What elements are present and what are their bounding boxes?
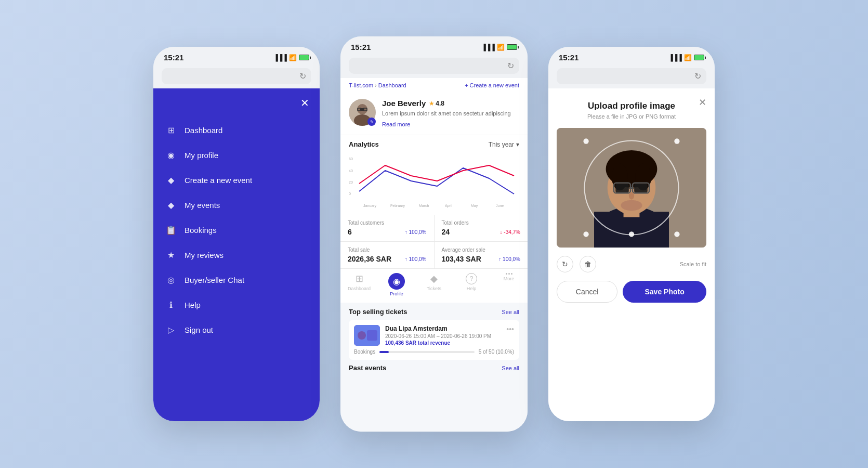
nav-profile-label: Profile (390, 291, 403, 296)
menu-item-my-reviews[interactable]: ★ My reviews (153, 242, 320, 267)
search-bar-3: ↻ (548, 66, 715, 88)
profile-name: Joe Beverly (382, 99, 426, 108)
photo-action-icons: ↻ 🗑 (557, 256, 596, 272)
menu-item-dashboard[interactable]: ⊞ Dashboard (153, 118, 320, 142)
booking-label: Bookings (354, 349, 375, 355)
phone-menu: 15:21 ▐▐▐ 📶 ↻ ✕ ⊞ Dashboard ◉ My profile… (153, 47, 320, 421)
ticket-revenue: 100,436 SAR total revenue (385, 340, 501, 346)
photo-actions: ↻ 🗑 Scale to fit (557, 256, 706, 272)
nav-more-icon (506, 273, 512, 275)
past-events-see-all[interactable]: See all (502, 365, 519, 371)
scale-to-fit-label: Scale to fit (680, 261, 706, 267)
stat-row-avg: 103,43 SAR ↑ 100,0% (442, 255, 521, 263)
chevron-down-icon: ▾ (516, 141, 519, 148)
svg-text:April: April (445, 204, 452, 208)
menu-label-dashboard: Dashboard (185, 126, 222, 135)
create-event-button[interactable]: + Create a new event (465, 82, 519, 88)
svg-point-33 (629, 192, 634, 199)
menu-close-area: ✕ (153, 97, 320, 118)
breadcrumb-current: Dashboard (378, 82, 406, 88)
profile-section: ✎ Joe Beverly ★ 4.8 Lorem ipsum dolor si… (340, 93, 528, 135)
stat-change-sale: ↑ 100,0% (405, 256, 427, 262)
stat-label-avg: Average order sale (442, 247, 521, 253)
stats-grid: Total customers 6 ↑ 100,0% Total orders … (340, 215, 528, 268)
nav-help[interactable]: ? Help (458, 273, 484, 296)
avatar-edit-button[interactable]: ✎ (367, 118, 376, 126)
analytics-chart: 60 40 20 0 January February March April … (349, 152, 519, 210)
stat-value-sale: 2026,36 SAR (348, 255, 391, 263)
menu-label-reviews: My reviews (185, 251, 223, 259)
nav-tickets[interactable]: ◆ Tickets (421, 273, 447, 296)
menu-item-sign-out[interactable]: ▷ Sign out (153, 317, 320, 342)
menu-item-create-event[interactable]: ◆ Create a new event (153, 167, 320, 192)
stat-row-customers: 6 ↑ 100,0% (348, 228, 427, 236)
menu-item-my-events[interactable]: ◆ My events (153, 192, 320, 217)
svg-text:40: 40 (349, 169, 353, 173)
stat-total-sale: Total sale 2026,36 SAR ↑ 100,0% (340, 242, 434, 268)
read-more-link[interactable]: Read more (382, 121, 410, 127)
analytics-title: Analytics (349, 140, 379, 148)
analytics-section: Analytics This year ▾ 60 40 20 0 January… (340, 135, 528, 215)
top-selling-see-all[interactable]: See all (502, 309, 519, 315)
search-input-1[interactable]: ↻ (162, 68, 311, 84)
nav-help-icon: ? (466, 273, 477, 284)
svg-text:February: February (390, 204, 405, 208)
status-time-2: 15:21 (351, 43, 371, 51)
menu-label-help: Help (185, 301, 201, 309)
breadcrumb-bar: T-list.com › Dashboard + Create a new ev… (340, 78, 528, 93)
past-events-title: Past events (349, 364, 386, 372)
refresh-icon[interactable]: ↻ (299, 71, 306, 81)
past-events-header: Past events See all (340, 360, 528, 375)
save-photo-button[interactable]: Save Photo (623, 281, 706, 303)
nav-dashboard[interactable]: ⊞ Dashboard (346, 273, 372, 296)
stat-value-avg: 103,43 SAR (442, 255, 481, 263)
refresh-icon-2[interactable]: ↻ (507, 61, 514, 71)
signal-icon-3: ▐▐▐ (668, 54, 682, 61)
menu-item-chat[interactable]: ◎ Buyer/seller Chat (153, 267, 320, 292)
stat-change-avg: ↑ 100,0% (498, 256, 520, 262)
delete-button[interactable]: 🗑 (580, 256, 596, 272)
stat-row-sale: 2026,36 SAR ↑ 100,0% (348, 255, 427, 263)
bottom-nav: ⊞ Dashboard ◉ Profile ◆ Tickets ? Help (340, 268, 528, 303)
svg-rect-28 (634, 184, 648, 192)
nav-dashboard-label: Dashboard (348, 286, 371, 291)
star-icon: ★ (429, 100, 435, 107)
rotate-button[interactable]: ↻ (557, 256, 573, 272)
nav-profile[interactable]: ◉ Profile (384, 273, 410, 296)
stat-value-orders: 24 (442, 228, 450, 236)
year-label: This year (489, 141, 514, 148)
menu-item-help[interactable]: ℹ Help (153, 292, 320, 317)
modal-buttons: Cancel Save Photo (557, 281, 706, 303)
menu-item-bookings[interactable]: 📋 Bookings (153, 217, 320, 242)
cancel-button[interactable]: Cancel (557, 281, 617, 303)
status-bar-2: 15:21 ▐▐▐ 📶 (340, 36, 528, 56)
status-bar-1: 15:21 ▐▐▐ 📶 (153, 47, 320, 66)
help-icon: ℹ (166, 300, 176, 310)
breadcrumb-home: T-list.com (349, 82, 373, 88)
chat-icon: ◎ (166, 275, 176, 285)
upload-modal: ✕ Upload profile image Please a file in … (548, 88, 715, 421)
search-input-3[interactable]: ↻ (557, 68, 706, 84)
nav-help-label: Help (467, 286, 477, 291)
svg-text:20: 20 (349, 180, 353, 184)
search-input-2[interactable]: ↻ (349, 58, 519, 74)
stat-label-sale: Total sale (348, 247, 427, 253)
menu-label-bookings: Bookings (185, 226, 217, 235)
booking-progress-text: 5 of 50 (10.0%) (479, 349, 514, 355)
menu-label-sign-out: Sign out (185, 326, 213, 334)
modal-close-button[interactable]: ✕ (699, 97, 706, 108)
svg-point-37 (674, 138, 679, 144)
menu-label-create-event: Create a new event (185, 176, 252, 185)
svg-text:June: June (496, 204, 504, 207)
ticket-more-dots[interactable]: ••• (506, 325, 514, 333)
star-rating: ★ 4.8 (429, 100, 444, 107)
sign-out-icon: ▷ (166, 324, 176, 335)
menu-item-my-profile[interactable]: ◉ My profile (153, 142, 320, 167)
image-crop-area[interactable] (557, 128, 706, 248)
booking-bar-fill (379, 351, 389, 353)
profile-description: Lorem ipsum dolor sit amet con sectetur … (382, 110, 519, 118)
close-button[interactable]: ✕ (300, 97, 309, 109)
year-selector[interactable]: This year ▾ (489, 141, 519, 148)
refresh-icon-3[interactable]: ↻ (694, 71, 701, 81)
nav-more[interactable]: More (496, 273, 522, 296)
